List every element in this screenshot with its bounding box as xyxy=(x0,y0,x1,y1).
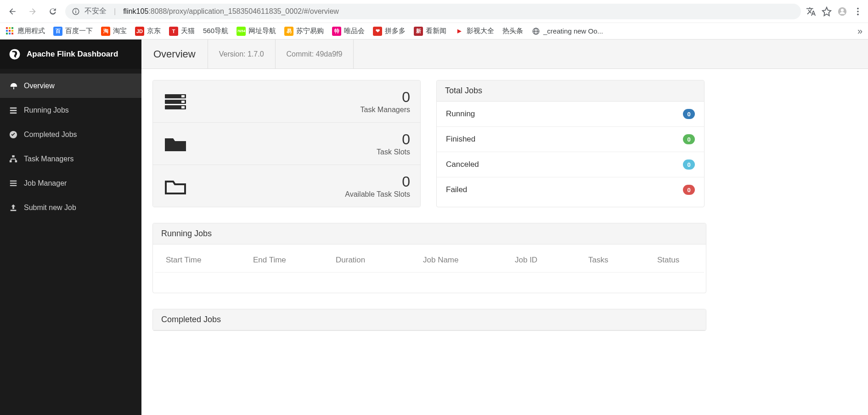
svg-rect-23 xyxy=(10,110,17,111)
total-row-finished[interactable]: Finished0 xyxy=(437,127,704,152)
bookmark-icon: 百 xyxy=(53,27,62,36)
sidebar: Apache Flink Dashboard OverviewRunning J… xyxy=(0,40,141,415)
sidebar-item-running-jobs[interactable]: Running Jobs xyxy=(0,98,141,122)
nav-back-button[interactable] xyxy=(5,4,20,19)
bookmark-item[interactable]: 淘淘宝 xyxy=(101,27,127,36)
bookmark-label: 热头条 xyxy=(502,27,523,35)
bookmark-icon: ▶ xyxy=(455,27,464,36)
total-jobs-panel: Total Jobs Running0Finished0Canceled0Fai… xyxy=(436,80,705,207)
completed-jobs-title: Completed Jobs xyxy=(153,309,706,330)
sidebar-item-submit-new-job[interactable]: Submit new Job xyxy=(0,195,141,220)
translate-button[interactable] xyxy=(806,6,817,17)
bookmark-icon: 淘 xyxy=(101,27,110,36)
svg-rect-12 xyxy=(9,30,11,32)
stat-label: Task Managers xyxy=(361,106,411,114)
sidebar-item-overview[interactable]: Overview xyxy=(0,74,141,98)
bookmark-icon: 新 xyxy=(414,27,423,36)
bookmark-item[interactable]: ❤拼多多 xyxy=(373,27,406,36)
column-header[interactable]: End Time xyxy=(253,256,336,265)
sidebar-item-completed-jobs[interactable]: Completed Jobs xyxy=(0,122,141,147)
stat-task-managers: 0Task Managers xyxy=(153,80,420,123)
bookmark-item[interactable]: ▶影视大全 xyxy=(455,27,494,36)
sidebar-title: Apache Flink Dashboard xyxy=(27,50,118,59)
bookmark-item[interactable]: 應用程式 xyxy=(6,27,45,36)
sidebar-item-task-managers[interactable]: Task Managers xyxy=(0,147,141,171)
bookmark-label: 拼多多 xyxy=(385,27,406,35)
bookmark-item[interactable]: 易苏宁易购 xyxy=(284,27,324,36)
total-label: Finished xyxy=(446,135,475,144)
browser-chrome: 不安全 | flink105:8088/proxy/application_15… xyxy=(0,0,868,40)
total-row-canceled[interactable]: Canceled0 xyxy=(437,152,704,177)
profile-button[interactable] xyxy=(837,6,848,17)
nav-reload-button[interactable] xyxy=(45,4,61,19)
bookmark-label: 影视大全 xyxy=(467,27,494,35)
bookmark-item[interactable]: 特唯品会 xyxy=(332,27,365,36)
chrome-menu-button[interactable] xyxy=(852,6,863,17)
star-icon xyxy=(822,6,832,17)
dashboard-icon xyxy=(9,82,17,90)
column-header[interactable]: Job ID xyxy=(515,256,588,265)
svg-rect-9 xyxy=(9,27,11,29)
folder-open-icon xyxy=(163,176,188,196)
check-icon xyxy=(9,131,17,139)
arrow-left-icon xyxy=(8,7,17,16)
stat-value: 0 xyxy=(377,131,410,148)
svg-rect-27 xyxy=(10,160,12,162)
svg-rect-28 xyxy=(15,160,17,162)
svg-rect-11 xyxy=(6,30,8,32)
column-header[interactable]: Tasks xyxy=(588,256,657,265)
svg-rect-2 xyxy=(75,9,76,10)
nav-label: Completed Jobs xyxy=(24,131,77,139)
bookmark-item[interactable]: T天猫 xyxy=(169,27,195,36)
nav-forward-button[interactable] xyxy=(25,4,40,19)
upload-icon xyxy=(9,204,17,212)
running-jobs-empty xyxy=(155,273,704,293)
column-header[interactable]: Duration xyxy=(336,256,423,265)
security-label: 不安全 xyxy=(85,6,107,16)
total-row-failed[interactable]: Failed0 xyxy=(437,177,704,202)
page-title: Overview xyxy=(141,40,208,68)
bookmark-item[interactable]: JD京东 xyxy=(135,27,161,36)
bookmark-item[interactable]: 百百度一下 xyxy=(53,27,93,36)
main-content: Overview Version: 1.7.0 Commit: 49da9f9 … xyxy=(141,40,868,415)
bookmark-item[interactable]: 7654网址导航 xyxy=(237,27,276,36)
column-header[interactable]: Job Name xyxy=(423,256,515,265)
nav-label: Overview xyxy=(24,82,55,90)
bookmark-icon xyxy=(531,27,541,36)
bookmarks-bar: 應用程式百百度一下淘淘宝JD京东T天猫560导航7654网址导航易苏宁易购特唯品… xyxy=(0,23,868,39)
sidebar-item-job-manager[interactable]: Job Manager xyxy=(0,171,141,195)
bookmark-item[interactable]: _creating new Oo... xyxy=(531,27,603,36)
total-label: Canceled xyxy=(446,160,479,169)
svg-rect-8 xyxy=(6,27,8,29)
bars-icon xyxy=(9,179,17,188)
address-bar[interactable]: 不安全 | flink105:8088/proxy/application_15… xyxy=(65,4,801,19)
column-header[interactable]: Status xyxy=(657,256,693,265)
bookmark-item[interactable]: 560导航 xyxy=(203,27,228,35)
svg-rect-31 xyxy=(10,185,17,186)
svg-point-5 xyxy=(857,7,859,9)
bookmark-star-button[interactable] xyxy=(821,6,832,17)
bookmark-icon: 7654 xyxy=(237,27,246,36)
servers-icon xyxy=(163,91,188,112)
page-header: Overview Version: 1.7.0 Commit: 49da9f9 xyxy=(141,40,868,69)
column-header[interactable]: Start Time xyxy=(166,256,253,265)
svg-rect-36 xyxy=(181,95,185,97)
url-text: flink105:8088/proxy/application_15835046… xyxy=(123,7,339,16)
bookmark-icon: T xyxy=(169,27,178,36)
running-jobs-panel: Running Jobs Start TimeEnd TimeDurationJ… xyxy=(152,223,706,293)
svg-point-20 xyxy=(10,49,20,60)
sitemap-icon xyxy=(9,155,17,163)
kebab-icon xyxy=(853,6,863,17)
bookmarks-overflow[interactable]: » xyxy=(857,26,862,36)
arrow-right-icon xyxy=(28,7,37,16)
stat-value: 0 xyxy=(361,89,411,106)
svg-point-21 xyxy=(13,85,15,87)
bookmark-icon xyxy=(6,27,15,36)
total-row-running[interactable]: Running0 xyxy=(437,102,704,127)
svg-rect-32 xyxy=(11,210,17,211)
bookmark-item[interactable]: 热头条 xyxy=(502,27,523,35)
svg-rect-38 xyxy=(181,106,185,108)
total-jobs-title: Total Jobs xyxy=(437,80,704,102)
bookmark-item[interactable]: 新看新闻 xyxy=(414,27,446,36)
bookmark-label: 淘宝 xyxy=(113,27,127,35)
